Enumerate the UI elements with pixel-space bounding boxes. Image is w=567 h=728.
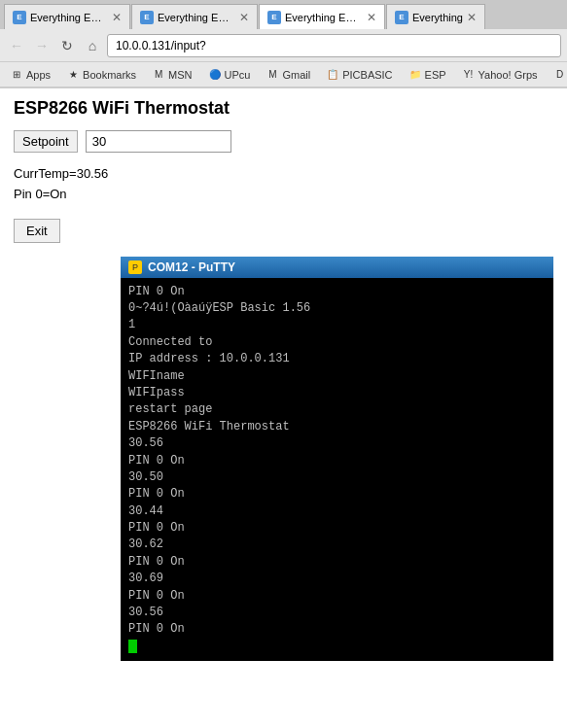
putty-line: PIN 0 On [128,284,546,300]
tab-close-icon[interactable]: ✕ [467,11,477,24]
bookmark-icon: 🔵 [208,68,222,82]
tab-favicon: E [140,11,154,24]
bookmark-dilb[interactable]: D Dilb [549,66,567,84]
putty-icon: P [128,260,142,274]
address-bar[interactable]: 10.0.0.131/input? [107,34,561,57]
tab-label: Everything ESP8266 - [30,12,108,23]
bookmark-label: MSN [168,69,192,81]
putty-line: 0~?4ú!(OàaúÿESP Basic 1.56 [128,300,546,317]
pin-status: Pin 0=On [14,185,553,205]
tab-bar: E Everything ESP8266 - ✕ E Everything ES… [0,0,567,29]
browser-tab-tab4[interactable]: E Everything ✕ [386,4,485,29]
nav-bar: ← → ↻ ⌂ 10.0.0.131/input? [0,29,567,62]
putty-line: WIFIname [128,368,546,385]
putty-line: 30.50 [128,469,546,486]
bookmark-label: Apps [26,69,51,81]
home-button[interactable]: ⌂ [82,35,103,56]
page-content: ESP8266 WiFi Thermostat Setpoint CurrTem… [0,88,567,671]
putty-line: PIN 0 On [128,554,546,571]
putty-line: PIN 0 On [128,621,546,638]
putty-titlebar: P COM12 - PuTTY [121,257,553,278]
bookmark-icon: ★ [66,68,80,82]
putty-body[interactable]: PIN 0 On0~?4ú!(OàaúÿESP Basic 1.561Conne… [121,278,553,662]
tab-close-icon[interactable]: ✕ [367,11,376,24]
bookmark-apps[interactable]: ⊞ Apps [6,66,54,84]
bookmark-icon: Y! [462,68,476,82]
browser-chrome: E Everything ESP8266 - ✕ E Everything ES… [0,0,567,88]
bookmark-msn[interactable]: M MSN [148,66,195,84]
putty-line: restart page [128,401,546,418]
putty-cursor [128,640,137,653]
putty-line: PIN 0 On [128,588,546,605]
bookmark-icon: ⊞ [10,68,23,82]
setpoint-row: Setpoint [14,130,553,153]
forward-button[interactable]: → [31,35,53,56]
browser-tab-tab3[interactable]: E Everything ESP8266 - ✕ [259,4,385,29]
exit-button[interactable]: Exit [14,219,60,243]
bookmark-icon: M [152,68,165,82]
browser-tab-tab1[interactable]: E Everything ESP8266 - ✕ [4,4,130,29]
bookmark-icon: 📋 [326,68,339,82]
putty-line: IP address : 10.0.0.131 [128,351,546,367]
putty-line: PIN 0 On [128,453,546,469]
putty-line: 30.56 [128,605,546,621]
tab-label: Everything [412,12,463,23]
bookmark-picbasic[interactable]: 📋 PICBASIC [322,66,396,84]
reload-button[interactable]: ↻ [56,35,78,56]
putty-cursor-line [128,639,546,655]
setpoint-input[interactable] [86,130,231,153]
putty-line: 30.44 [128,503,546,520]
bookmark-upcu[interactable]: 🔵 UPcu [204,66,255,84]
address-text: 10.0.0.131/input? [116,39,206,52]
page-title: ESP8266 WiFi Thermostat [14,98,553,119]
putty-line: 30.69 [128,571,546,587]
bookmarks-bar: ⊞ Apps ★ Bookmarks M MSN 🔵 UPcu M Gmail … [0,62,567,87]
tab-label: Everything ESP8266 - [158,12,235,23]
bookmark-label: ESP [425,69,446,81]
bookmark-icon: D [553,68,567,82]
setpoint-label[interactable]: Setpoint [14,130,78,153]
tab-favicon: E [13,11,26,24]
putty-line: ESP8266 WiFi Thermostat [128,419,546,435]
bookmark-label: PICBASIC [342,69,392,81]
bookmark-icon: M [266,68,279,82]
putty-line: Connected to [128,334,546,351]
putty-line: 1 [128,317,546,333]
tab-close-icon[interactable]: ✕ [112,11,122,24]
bookmark-bookmarks[interactable]: ★ Bookmarks [62,66,140,84]
tab-close-icon[interactable]: ✕ [239,11,249,24]
curr-temp: CurrTemp=30.56 [14,164,553,185]
browser-tab-tab2[interactable]: E Everything ESP8266 - ✕ [131,4,258,29]
bookmark-label: Gmail [282,69,310,81]
putty-line: WIFIpass [128,385,546,401]
putty-title: COM12 - PuTTY [148,260,546,274]
bookmark-gmail[interactable]: M Gmail [262,66,314,84]
status-lines: CurrTemp=30.56 Pin 0=On [14,164,553,205]
tab-label: Everything ESP8266 - [285,12,363,23]
bookmark-yahoo!-grps[interactable]: Y! Yahoo! Grps [458,66,542,84]
putty-window: P COM12 - PuTTY PIN 0 On0~?4ú!(OàaúÿESP … [121,257,553,662]
back-button[interactable]: ← [6,35,27,56]
bookmark-label: UPcu [225,69,251,81]
bookmark-esp[interactable]: 📁 ESP [405,66,450,84]
putty-line: PIN 0 On [128,520,546,537]
tab-favicon: E [267,11,281,24]
tab-favicon: E [395,11,408,24]
putty-line: 30.56 [128,435,546,452]
bookmark-label: Yahoo! Grps [478,69,538,81]
bookmark-label: Bookmarks [83,69,136,81]
bookmark-icon: 📁 [408,68,422,82]
putty-line: 30.62 [128,537,546,553]
putty-line: PIN 0 On [128,486,546,503]
